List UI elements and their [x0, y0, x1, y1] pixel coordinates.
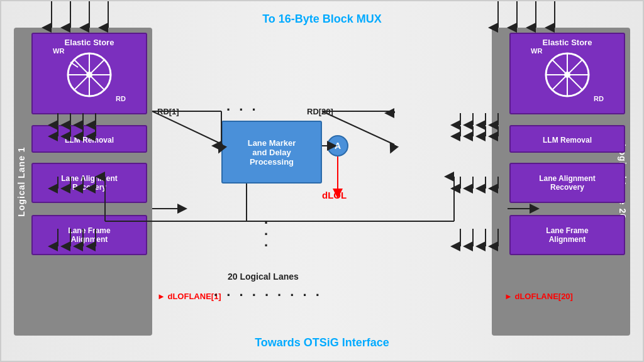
lane1-label: Logical Lane 1	[16, 146, 26, 216]
dloflane20-label: ► dLOFLANE[20]	[504, 292, 573, 301]
lar-box-right: Lane Alignment Recovery	[509, 163, 625, 203]
logical-lanes-text: 20 Logical Lanes	[228, 272, 299, 282]
circle-a: A	[327, 135, 348, 156]
elastic-store-right-label: Elastic Store	[511, 34, 624, 47]
rd-label-left: RD	[116, 95, 126, 102]
elastic-store-right: Elastic Store WR RD	[509, 33, 625, 114]
dlol-text: dLOL	[322, 190, 347, 200]
rd-label-right: RD	[594, 95, 604, 102]
svg-text:·: ·	[264, 226, 268, 242]
svg-point-12	[564, 72, 570, 78]
svg-point-5	[86, 72, 92, 78]
elastic-store-left-label: Elastic Store	[33, 34, 146, 47]
wheel-right	[542, 50, 592, 100]
rd1-label: RD[1]	[157, 107, 179, 116]
wheel-left	[64, 50, 114, 100]
dloflane1-label: ► dLOFLANE[1]	[157, 292, 221, 301]
lar-box-left: Lane Alignment Recovery	[31, 163, 147, 203]
title-bottom: Towards OTSiG Interface	[255, 336, 389, 349]
svg-text:·: ·	[264, 215, 268, 231]
lane-container-left: Logical Lane 1 Elastic Store WR RD	[14, 28, 152, 336]
diagram-container: To 16-Byte Block MUX Towards OTSiG Inter…	[0, 0, 644, 362]
lfa-box-right: Lane Frame Alignment	[509, 215, 625, 255]
lane-container-right: Logical Lane 20 Elastic Store WR RD LLM …	[492, 28, 630, 336]
lfa-box-left: Lane Frame Alignment	[31, 215, 147, 255]
dots-h-bottom: · · · · · · · · ·	[214, 287, 322, 304]
llm-box-left: LLM Removal	[31, 125, 147, 153]
svg-text:·: ·	[264, 238, 268, 253]
dots-h-top: · · ·	[226, 102, 258, 118]
elastic-store-left: Elastic Store WR RD	[31, 33, 147, 114]
title-top: To 16-Byte Block MUX	[262, 13, 382, 26]
wr-label-left: WR	[53, 47, 64, 55]
center-block: Lane Marker and Delay Processing	[221, 121, 322, 184]
wr-label-right: WR	[531, 47, 542, 55]
rd20-label: RD[20]	[307, 107, 333, 116]
llm-box-right: LLM Removal	[509, 125, 625, 153]
